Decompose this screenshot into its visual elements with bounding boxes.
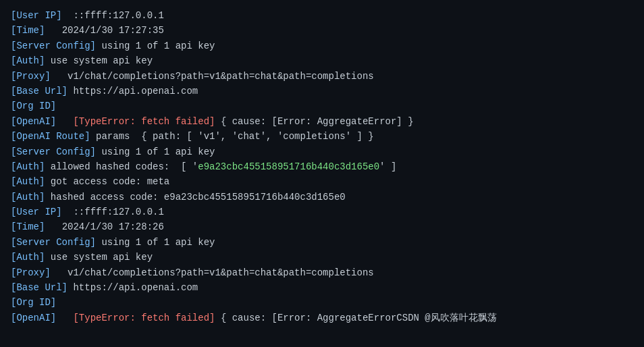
log-line-18: [Proxy] v1/chat/completions?path=v1&path…: [11, 265, 633, 280]
label-openai-1: [OpenAI]: [11, 116, 56, 127]
value-user-ip-1: ::ffff:127.0.0.1: [73, 10, 163, 21]
log-line-1: [User IP] ::ffff:127.0.0.1: [11, 8, 633, 23]
terminal-window: [User IP] ::ffff:127.0.0.1 [Time] 2024/1…: [0, 0, 644, 347]
value-openai-error-1: [TypeError: fetch failed]: [73, 116, 215, 127]
log-line-8: [OpenAI] [TypeError: fetch failed] { cau…: [11, 114, 633, 129]
value-user-ip-2: ::ffff:127.0.0.1: [73, 207, 163, 217]
value-openai-cause-2: { cause: [Error: AggregateError: [221, 313, 396, 323]
label-org-id-2: [Org ID]: [11, 297, 56, 308]
log-line-13: [Auth] hashed access code: e9a23cbc45515…: [11, 190, 633, 205]
log-line-16: [Server Config] using 1 of 1 api key: [11, 235, 633, 250]
label-openai-2: [OpenAI]: [11, 313, 56, 323]
log-line-21: [OpenAI] [TypeError: fetch failed] { cau…: [11, 311, 633, 325]
value-base-url-2: https://api.openai.com: [73, 282, 198, 293]
log-line-7: [Org ID]: [11, 99, 633, 113]
label-base-url-1: [Base Url]: [11, 86, 68, 97]
value-auth-got-1: got access code: meta: [51, 176, 169, 187]
label-auth-allowed-1: [Auth]: [11, 161, 45, 172]
value-hash-1: e9a23cbc455158951716b440c3d165e0: [198, 161, 379, 172]
label-auth-hashed-1: [Auth]: [11, 192, 45, 203]
log-line-12: [Auth] got access code: meta: [11, 174, 633, 189]
label-proxy-2: [Proxy]: [11, 267, 51, 278]
value-openai-error-2: [TypeError: fetch failed]: [73, 313, 215, 323]
value-auth-allowed-1: allowed hashed codes: [ ': [51, 161, 198, 172]
log-line-20: [Org ID]: [11, 295, 633, 310]
value-server-config-1: using 1 of 1 api key: [101, 41, 215, 51]
value-watermark-inline: CSDN @风吹落叶花飘荡: [396, 313, 496, 323]
value-base-url-1: https://api.openai.com: [73, 86, 198, 97]
label-time-1: [Time]: [11, 25, 45, 36]
label-org-id-1: [Org ID]: [11, 101, 56, 111]
value-server-config-3: using 1 of 1 api key: [101, 237, 215, 248]
label-time-2: [Time]: [11, 221, 45, 232]
log-line-11: [Auth] allowed hashed codes: [ 'e9a23cbc…: [11, 159, 633, 174]
label-server-config-2: [Server Config]: [11, 146, 96, 157]
log-line-6: [Base Url] https://api.openai.com: [11, 84, 633, 99]
log-line-5: [Proxy] v1/chat/completions?path=v1&path…: [11, 69, 633, 84]
label-server-config-1: [Server Config]: [11, 41, 96, 51]
value-auth-hashed-1: hashed access code: e9a23cbc455158951716…: [51, 192, 346, 203]
label-server-config-3: [Server Config]: [11, 237, 96, 248]
log-line-19: [Base Url] https://api.openai.com: [11, 280, 633, 295]
value-time-2: 2024/1/30 17:28:26: [62, 221, 164, 232]
log-line-10: [Server Config] using 1 of 1 api key: [11, 144, 633, 159]
label-user-ip-2: [User IP]: [11, 207, 62, 217]
value-server-config-2: using 1 of 1 api key: [101, 146, 215, 157]
label-base-url-2: [Base Url]: [11, 282, 68, 293]
log-line-3: [Server Config] using 1 of 1 api key: [11, 38, 633, 53]
label-auth-2: [Auth]: [11, 252, 45, 263]
log-line-4: [Auth] use system api key: [11, 53, 633, 68]
value-time-1: 2024/1/30 17:27:35: [62, 25, 164, 36]
value-auth-allowed-bracket-1: ' ]: [379, 161, 396, 172]
value-proxy-2: v1/chat/completions?path=v1&path=chat&pa…: [68, 267, 374, 278]
value-auth-1: use system api key: [51, 55, 153, 66]
label-openai-route-1: [OpenAI Route]: [11, 131, 90, 142]
label-proxy-1: [Proxy]: [11, 71, 51, 82]
value-auth-2: use system api key: [51, 252, 153, 263]
log-line-9: [OpenAI Route] params { path: [ 'v1', 'c…: [11, 129, 633, 144]
label-auth-1: [Auth]: [11, 55, 45, 66]
value-openai-cause-1: { cause: [Error: AggregateError] }: [221, 116, 414, 127]
log-line-17: [Auth] use system api key: [11, 250, 633, 265]
label-auth-got-1: [Auth]: [11, 176, 45, 187]
value-proxy-1: v1/chat/completions?path=v1&path=chat&pa…: [68, 71, 374, 82]
log-line-14: [User IP] ::ffff:127.0.0.1: [11, 205, 633, 219]
label-user-ip-1: [User IP]: [11, 10, 62, 21]
log-line-2: [Time] 2024/1/30 17:27:35: [11, 23, 633, 38]
value-openai-route-1: params { path: [ 'v1', 'chat', 'completi…: [96, 131, 374, 142]
log-line-15: [Time] 2024/1/30 17:28:26: [11, 219, 633, 234]
